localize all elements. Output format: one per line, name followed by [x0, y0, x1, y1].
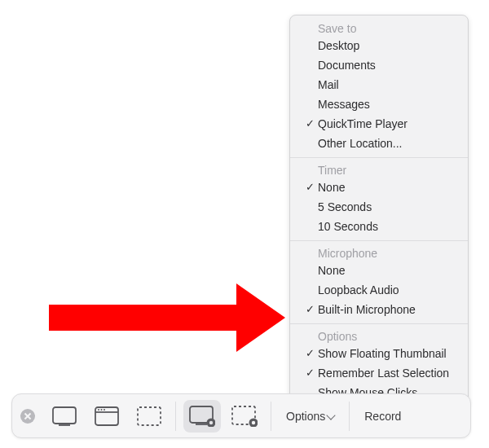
svg-rect-0 — [53, 407, 76, 424]
menu-item-label: Built-in Microphone — [318, 301, 416, 318]
menu-item-label: Documents — [318, 57, 376, 73]
menu-item-label: Loopback Audio — [318, 282, 399, 298]
menu-item-label: Show Floating Thumbnail — [318, 345, 447, 362]
screenshot-toolbar: Options Record — [11, 393, 471, 438]
capture-entire-screen-button[interactable] — [46, 400, 83, 433]
menu-item-timer-none[interactable]: ✓None — [290, 178, 468, 197]
menu-item-label: Other Location... — [318, 135, 403, 152]
menu-item-label: None — [318, 179, 345, 195]
menu-item-timer-5s[interactable]: 5 Seconds — [290, 197, 468, 217]
menu-item-messages[interactable]: Messages — [290, 94, 468, 114]
checkmark-icon: ✓ — [302, 365, 318, 381]
options-button[interactable]: Options — [276, 400, 344, 433]
menu-section-header: Save to — [290, 20, 468, 36]
checkmark-icon: ✓ — [302, 345, 318, 362]
arrow-shaft — [49, 305, 236, 331]
options-menu: Save to Desktop Documents Mail Messages … — [289, 15, 469, 408]
menu-item-label: None — [318, 262, 345, 279]
menu-item-remember-selection[interactable]: ✓Remember Last Selection — [290, 363, 468, 383]
checkmark-icon: ✓ — [302, 116, 318, 132]
menu-item-label: Messages — [318, 96, 370, 112]
svg-point-5 — [101, 409, 103, 411]
menu-item-floating-thumb[interactable]: ✓Show Floating Thumbnail — [290, 344, 468, 363]
menu-item-mic-builtin[interactable]: ✓Built-in Microphone — [290, 300, 468, 319]
record-button[interactable]: Record — [355, 400, 411, 433]
menu-section-header: Microphone — [290, 245, 468, 261]
checkmark-icon: ✓ — [302, 179, 318, 195]
chevron-down-icon — [327, 411, 336, 419]
menu-item-quicktime[interactable]: ✓QuickTime Player — [290, 114, 468, 134]
selection-icon — [137, 406, 161, 426]
record-selection-button[interactable] — [226, 400, 263, 433]
pointer-arrow — [49, 283, 285, 352]
menu-item-label: Remember Last Selection — [318, 365, 449, 381]
svg-point-11 — [209, 420, 213, 424]
menu-separator — [290, 157, 468, 158]
record-label: Record — [364, 410, 401, 423]
menu-separator — [290, 323, 468, 324]
svg-point-4 — [98, 409, 99, 411]
checkmark-icon: ✓ — [302, 301, 318, 318]
menu-section-header: Options — [290, 328, 468, 344]
svg-rect-7 — [138, 407, 161, 425]
menu-item-documents[interactable]: Documents — [290, 55, 468, 75]
menu-item-desktop[interactable]: Desktop — [290, 36, 468, 55]
menu-section-header: Timer — [290, 162, 468, 178]
svg-point-6 — [104, 409, 105, 411]
selection-record-icon — [231, 406, 258, 427]
svg-point-14 — [252, 420, 255, 424]
record-entire-screen-button[interactable] — [183, 400, 221, 433]
menu-separator — [290, 240, 468, 241]
menu-item-mic-none[interactable]: None — [290, 261, 468, 280]
close-icon[interactable] — [20, 409, 35, 424]
toolbar-separator — [175, 402, 176, 431]
menu-item-label: Desktop — [318, 37, 359, 54]
toolbar-separator — [349, 402, 350, 431]
screen-icon — [52, 406, 77, 426]
menu-item-label: 10 Seconds — [318, 218, 378, 235]
capture-selection-button[interactable] — [130, 400, 168, 433]
menu-item-label: Mail — [318, 77, 339, 93]
menu-item-timer-10s[interactable]: 10 Seconds — [290, 217, 468, 236]
capture-window-button[interactable] — [88, 400, 126, 433]
arrow-head-icon — [236, 283, 285, 352]
menu-item-other-location[interactable]: Other Location... — [290, 134, 468, 153]
toolbar-separator — [271, 402, 271, 431]
menu-item-label: QuickTime Player — [318, 116, 408, 132]
menu-item-mic-loopback[interactable]: Loopback Audio — [290, 280, 468, 300]
options-label: Options — [286, 410, 325, 423]
menu-item-mail[interactable]: Mail — [290, 75, 468, 94]
screen-record-icon — [189, 406, 215, 427]
menu-item-label: 5 Seconds — [318, 199, 372, 215]
window-icon — [95, 406, 119, 426]
